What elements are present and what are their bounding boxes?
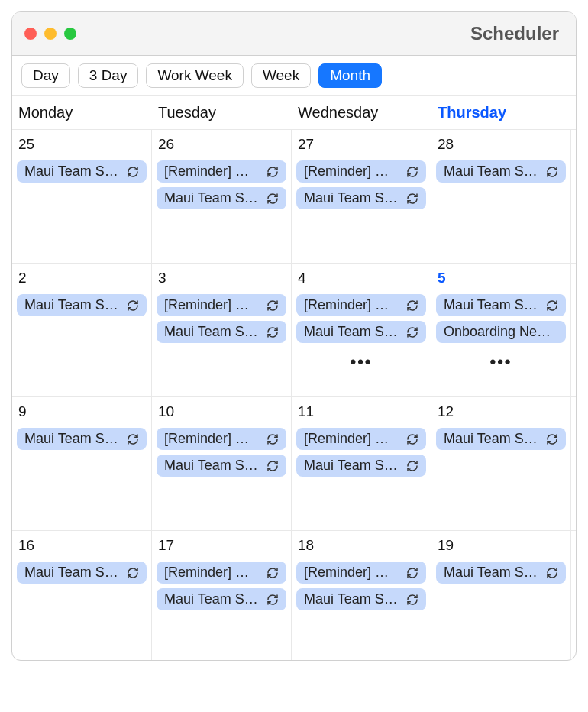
day-cell[interactable]: 17[Reminder] W…Maui Team Sy…	[152, 531, 292, 661]
calendar-event[interactable]: Maui Team Sy…	[17, 562, 147, 584]
weekday-thursday: Thursday	[431, 96, 571, 129]
calendar-event[interactable]: [Reminder] W…	[157, 562, 286, 584]
day-cell[interactable]: 27[Reminder] W…Maui Team Sy…	[292, 130, 431, 264]
day-cell[interactable]: 20M	[571, 531, 576, 661]
day-number: 11	[296, 402, 426, 423]
day-cell[interactable]: 13M	[571, 397, 576, 531]
calendar-event[interactable]: Maui Team Sy…	[436, 562, 566, 584]
day-cell[interactable]: 5Maui Team Sy…Onboarding Ne…•••	[431, 264, 571, 397]
more-events-indicator[interactable]: •••	[296, 348, 426, 372]
minimize-window-button[interactable]	[44, 28, 57, 40]
calendar-event[interactable]: Maui Team Sy…	[157, 187, 286, 209]
event-title: [Reminder] W…	[164, 431, 262, 447]
view-work-week-button[interactable]: Work Week	[146, 63, 244, 88]
calendar-event[interactable]: Maui Team Sy…	[296, 187, 426, 209]
day-cell[interactable]: 2M	[571, 130, 576, 264]
day-number: 17	[157, 536, 286, 557]
calendar-event[interactable]: [Reminder] W…	[296, 160, 426, 183]
calendar-event[interactable]: Maui Team Sy…	[17, 160, 147, 183]
close-window-button[interactable]	[24, 28, 37, 40]
weekday-header-row: Monday Tuesday Wednesday Thursday F	[12, 96, 576, 130]
day-cell[interactable]: 16Maui Team Sy…	[12, 531, 152, 661]
day-number: 28	[436, 134, 566, 156]
event-title: Maui Team Sy…	[164, 324, 262, 340]
calendar-event[interactable]: Maui Team Sy…	[436, 428, 566, 450]
day-number: 19	[436, 536, 566, 557]
event-title: Maui Team Sy…	[304, 190, 402, 206]
week-row: 2Maui Team Sy…3[Reminder] W…Maui Team Sy…	[12, 264, 576, 397]
calendar-event[interactable]: [Reminder] W…	[157, 428, 286, 450]
event-title: Maui Team Sy…	[164, 591, 262, 607]
traffic-lights	[24, 28, 76, 40]
recurring-icon	[267, 193, 279, 205]
day-cell[interactable]: 9Maui Team Sy…	[12, 397, 152, 531]
recurring-icon	[127, 166, 139, 178]
calendar-event[interactable]: Onboarding Ne…	[436, 321, 566, 343]
calendar-event[interactable]: Maui Team Sy…	[436, 294, 566, 316]
day-number: 25	[17, 134, 147, 156]
event-title: Onboarding Ne…	[444, 324, 558, 340]
more-events-indicator[interactable]: •••	[436, 348, 566, 372]
recurring-icon	[546, 567, 558, 579]
calendar-event[interactable]: Maui Team Sy…	[157, 455, 286, 477]
calendar-event[interactable]: [Reminder] W…	[296, 562, 426, 584]
calendar-event[interactable]: [Reminder] W…	[157, 160, 286, 183]
recurring-icon	[267, 567, 279, 579]
recurring-icon	[127, 567, 139, 579]
calendar-event[interactable]: Maui Team Sy…	[157, 588, 286, 610]
day-cell[interactable]: 12Maui Team Sy…	[431, 397, 571, 531]
day-cell[interactable]: 19Maui Team Sy…	[431, 531, 571, 661]
day-cell[interactable]: 11[Reminder] W…Maui Team Sy…	[292, 397, 431, 531]
recurring-icon	[127, 299, 139, 312]
event-title: Maui Team Sy…	[24, 431, 122, 447]
view-day-button[interactable]: Day	[21, 63, 70, 88]
day-cell[interactable]: 28Maui Team Sy…	[431, 130, 571, 264]
calendar-event[interactable]: Maui Team Sy…	[157, 321, 286, 343]
day-cell[interactable]: 10[Reminder] W…Maui Team Sy…	[152, 397, 292, 531]
day-cell[interactable]: 26[Reminder] W…Maui Team Sy…	[152, 130, 292, 264]
calendar-event[interactable]: Maui Team Sy…	[17, 428, 147, 450]
view-3day-button[interactable]: 3 Day	[78, 63, 139, 88]
event-title: Maui Team Sy…	[304, 458, 402, 474]
day-number: 26	[157, 134, 286, 156]
event-title: Maui Team Sy…	[24, 297, 122, 313]
day-number: 27	[296, 134, 426, 156]
day-number: 18	[296, 536, 426, 557]
day-cell[interactable]: 25Maui Team Sy…	[12, 130, 152, 264]
calendar-event[interactable]: Maui Team Sy…	[436, 160, 566, 183]
view-month-button[interactable]: Month	[318, 63, 382, 88]
weekday-friday: F	[571, 96, 576, 129]
day-cell[interactable]: 2Maui Team Sy…	[12, 264, 152, 397]
event-title: [Reminder] W…	[304, 163, 402, 180]
recurring-icon	[267, 299, 279, 312]
calendar-event[interactable]: Maui Team Sy…	[17, 294, 147, 316]
calendar-event[interactable]: [Reminder] W…	[296, 294, 426, 316]
calendar-event[interactable]: Maui Team Sy…	[296, 588, 426, 610]
event-title: Maui Team Sy…	[164, 190, 262, 206]
day-cell[interactable]: 3[Reminder] W…Maui Team Sy…	[152, 264, 292, 397]
recurring-icon	[546, 166, 558, 178]
weekday-monday: Monday	[12, 96, 152, 129]
day-cell[interactable]: 4[Reminder] W…Maui Team Sy…•••	[292, 264, 431, 397]
weekday-wednesday: Wednesday	[292, 96, 431, 129]
recurring-icon	[127, 433, 139, 445]
event-title: [Reminder] W…	[304, 297, 402, 313]
recurring-icon	[546, 433, 558, 445]
day-number: 10	[157, 402, 286, 423]
recurring-icon	[406, 594, 418, 606]
view-week-button[interactable]: Week	[251, 63, 311, 88]
day-number: 16	[17, 536, 147, 557]
event-title: Maui Team Sy…	[24, 565, 122, 581]
calendar-event[interactable]: [Reminder] W…	[157, 294, 286, 316]
event-title: Maui Team Sy…	[304, 324, 402, 340]
recurring-icon	[406, 193, 418, 205]
zoom-window-button[interactable]	[64, 28, 76, 40]
event-title: [Reminder] W…	[164, 297, 262, 313]
calendar-event[interactable]: [Reminder] W…	[296, 428, 426, 450]
calendar-event[interactable]: Maui Team Sy…	[296, 455, 426, 477]
titlebar: Scheduler	[12, 12, 576, 56]
day-cell[interactable]: 6MM	[571, 264, 576, 397]
calendar-event[interactable]: Maui Team Sy…	[296, 321, 426, 343]
window-title: Scheduler	[470, 23, 559, 44]
day-cell[interactable]: 18[Reminder] W…Maui Team Sy…	[292, 531, 431, 661]
